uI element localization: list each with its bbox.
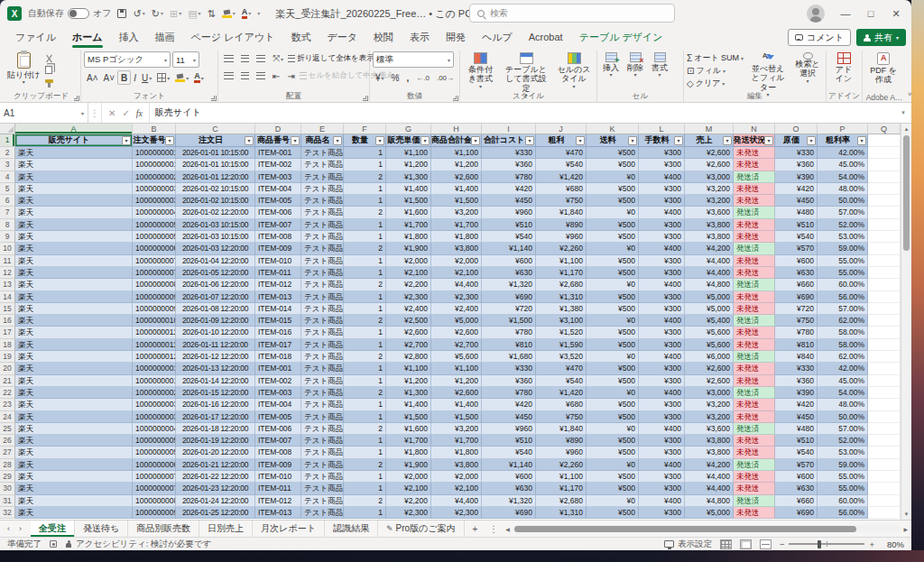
cell-F27[interactable]: 1	[344, 447, 386, 458]
cell-O27[interactable]: ¥540	[775, 447, 818, 458]
cell-B9[interactable]: 1000000005	[133, 231, 176, 243]
cell-K31[interactable]: ¥0	[587, 495, 639, 507]
ribbon-tab-4[interactable]: ページ レイアウト	[183, 28, 283, 49]
cell-B11[interactable]: 1000000007	[133, 255, 176, 267]
cell-B15[interactable]: 1000000009	[133, 303, 176, 315]
cell-D11[interactable]: ITEM-010	[255, 255, 301, 267]
cell-M2[interactable]: ¥2,600	[685, 147, 734, 159]
cell-L28[interactable]: ¥400	[639, 459, 685, 471]
row-header-1[interactable]: 1	[0, 134, 15, 147]
cell-I29[interactable]: ¥600	[482, 471, 536, 483]
scroll-left-icon[interactable]: ◀	[505, 526, 510, 532]
cell-D20[interactable]: ITEM-001	[255, 363, 301, 374]
name-box[interactable]: A1 ▾	[0, 103, 88, 123]
cell-E28[interactable]: テスト商品J	[301, 459, 344, 471]
cell-Q12[interactable]	[868, 267, 901, 279]
cell-C30[interactable]: 2026-01-23 12:20:00	[176, 483, 255, 494]
cell-C20[interactable]: 2026-01-13 12:20:00	[176, 363, 255, 374]
cell-K22[interactable]: ¥0	[587, 387, 639, 399]
cell-E26[interactable]: テスト商品H	[301, 435, 344, 447]
zoom-in-button[interactable]: +	[869, 539, 874, 549]
row-header-12[interactable]: 12	[0, 267, 15, 279]
cell-G6[interactable]: ¥1,500	[386, 195, 431, 207]
cell-H11[interactable]: ¥2,000	[431, 255, 482, 267]
increase-decimal-button[interactable]: ←.0	[413, 70, 432, 85]
cell-A6[interactable]: 楽天	[15, 195, 133, 207]
cell-I17[interactable]: ¥780	[482, 327, 536, 338]
cell-L11[interactable]: ¥300	[639, 255, 685, 267]
filter-dropdown-icon[interactable]: ▾	[576, 136, 585, 145]
page-break-view-button[interactable]	[760, 539, 772, 549]
cell-B19[interactable]: 1000000012	[133, 351, 176, 363]
autosave-toggle[interactable]: 自動保存 オフ	[28, 7, 111, 20]
cell-D31[interactable]: ITEM-012	[255, 495, 301, 507]
cell-K8[interactable]: ¥500	[587, 219, 639, 231]
cell-C29[interactable]: 2026-01-22 12:20:00	[176, 471, 255, 483]
cell-D8[interactable]: ITEM-007	[255, 219, 301, 231]
cell-L17[interactable]: ¥300	[639, 327, 685, 338]
cell-G24[interactable]: ¥1,500	[386, 411, 431, 423]
cell-E12[interactable]: テスト商品B1	[301, 267, 344, 279]
grow-font-button[interactable]: A˄	[84, 70, 101, 85]
cell-O16[interactable]: ¥750	[775, 315, 818, 327]
cell-C14[interactable]: 2026-01-07 12:20:00	[176, 291, 255, 303]
fill-color-quick-button[interactable]: ▾	[222, 10, 236, 18]
cell-O17[interactable]: ¥780	[775, 327, 818, 338]
row-header-6[interactable]: 6	[0, 195, 15, 207]
cell-C12[interactable]: 2026-01-05 12:20:00	[176, 267, 255, 279]
cell-L7[interactable]: ¥400	[639, 207, 685, 218]
cell-J9[interactable]: ¥960	[536, 231, 587, 243]
cell-G19[interactable]: ¥2,800	[386, 351, 431, 363]
macro-record-icon[interactable]	[50, 540, 57, 548]
cell-L20[interactable]: ¥300	[639, 363, 685, 374]
table-header-B1[interactable]: 注文番号▾	[133, 134, 176, 147]
ribbon-tab-2[interactable]: 挿入	[111, 28, 147, 49]
row-header-18[interactable]: 18	[0, 339, 15, 351]
new-sheet-button[interactable]: +	[465, 521, 486, 537]
cell-J12[interactable]: ¥1,170	[536, 267, 587, 279]
cell-E17[interactable]: テスト商品A3	[301, 327, 344, 338]
cell-E23[interactable]: テスト商品D	[301, 399, 344, 410]
cell-I19[interactable]: ¥1,680	[482, 351, 536, 363]
row-header-21[interactable]: 21	[0, 375, 15, 387]
row-header-26[interactable]: 26	[0, 435, 15, 447]
normal-view-button[interactable]	[720, 539, 732, 549]
cell-M20[interactable]: ¥2,600	[685, 363, 734, 374]
cell-K12[interactable]: ¥500	[587, 267, 639, 279]
cell-Q18[interactable]	[868, 339, 901, 351]
orientation-button[interactable]: ⤧▾	[270, 51, 286, 66]
cell-L5[interactable]: ¥300	[639, 183, 685, 195]
sheet-tab-2[interactable]: 商品別販売数	[128, 521, 199, 537]
cell-J19[interactable]: ¥3,520	[536, 351, 587, 363]
cell-E22[interactable]: テスト商品C	[301, 387, 344, 399]
cell-O19[interactable]: ¥840	[775, 351, 818, 363]
search-input[interactable]: 検索	[469, 4, 675, 23]
cell-K26[interactable]: ¥500	[587, 435, 639, 447]
cell-I18[interactable]: ¥810	[482, 339, 536, 351]
cell-D6[interactable]: ITEM-005	[255, 195, 301, 207]
table-header-G1[interactable]: 販売単価▾	[386, 134, 431, 147]
cell-M29[interactable]: ¥4,400	[685, 471, 734, 483]
cell-M19[interactable]: ¥6,000	[685, 351, 734, 363]
cell-N12[interactable]: 未発送	[734, 267, 775, 279]
scroll-right-icon[interactable]: ▶	[903, 526, 908, 532]
row-header-14[interactable]: 14	[0, 291, 15, 303]
cell-D4[interactable]: ITEM-003	[255, 171, 301, 183]
cell-A24[interactable]: 楽天	[15, 411, 133, 423]
cell-E14[interactable]: テスト商品A2	[301, 291, 344, 303]
cell-H12[interactable]: ¥2,100	[431, 267, 482, 279]
cell-F9[interactable]: 1	[344, 231, 386, 243]
cell-L6[interactable]: ¥300	[639, 195, 685, 207]
cell-I20[interactable]: ¥330	[482, 363, 536, 374]
cell-M4[interactable]: ¥3,000	[685, 171, 734, 183]
cell-J17[interactable]: ¥1,520	[536, 327, 587, 338]
cell-F4[interactable]: 2	[344, 171, 386, 183]
cell-K30[interactable]: ¥500	[587, 483, 639, 494]
cell-N22[interactable]: 発送済	[734, 387, 775, 399]
cell-N18[interactable]: 未発送	[734, 339, 775, 351]
cell-H21[interactable]: ¥1,200	[431, 375, 482, 387]
cell-K3[interactable]: ¥500	[587, 159, 639, 170]
cell-N17[interactable]: 未発送	[734, 327, 775, 338]
cell-P21[interactable]: 45.00%	[818, 375, 868, 387]
cell-Q27[interactable]	[868, 447, 901, 458]
